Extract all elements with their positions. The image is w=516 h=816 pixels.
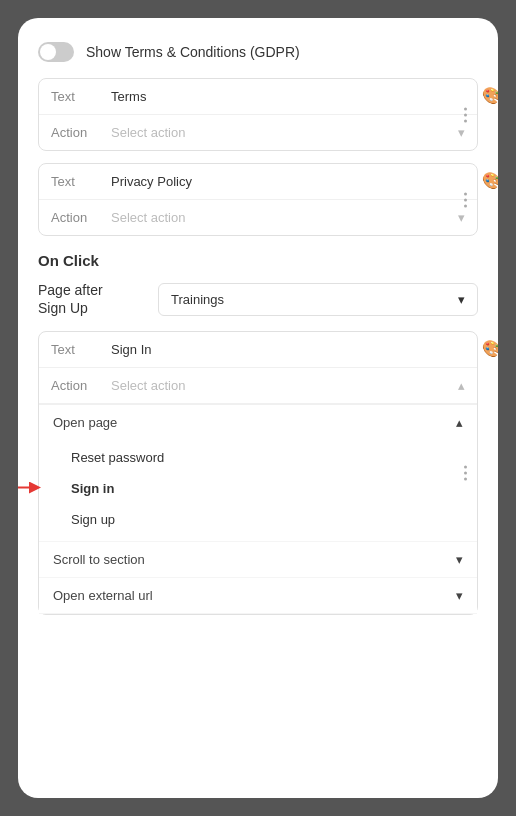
scroll-to-section-header[interactable]: Scroll to section ▾ <box>39 542 477 577</box>
page-after-value: Trainings <box>171 292 224 307</box>
terms-text-input[interactable] <box>111 89 465 104</box>
privacy-text-label: Text <box>51 174 111 189</box>
terms-chevron-down-icon: ▾ <box>458 125 465 140</box>
open-page-chevron-up-icon: ▴ <box>456 415 463 430</box>
privacy-action-placeholder: Select action <box>111 210 185 225</box>
open-page-header[interactable]: Open page ▴ <box>39 405 477 440</box>
sign-up-item[interactable]: Sign up <box>39 504 477 535</box>
terms-card-wrapper: Text Action Select action ▾ 🎨 <box>38 78 478 151</box>
privacy-text-input[interactable] <box>111 174 465 189</box>
terms-text-label: Text <box>51 89 111 104</box>
terms-palette-icon[interactable]: 🎨 <box>482 86 498 105</box>
privacy-card: Text Action Select action ▾ <box>38 163 478 236</box>
gdpr-toggle[interactable] <box>38 42 74 62</box>
privacy-action-select[interactable]: Select action ▾ <box>111 210 465 225</box>
scroll-to-section-label: Scroll to section <box>53 552 145 567</box>
open-external-url-label: Open external url <box>53 588 153 603</box>
main-container: Show Terms & Conditions (GDPR) Text Acti… <box>18 18 498 798</box>
scroll-to-section-group: Scroll to section ▾ <box>39 542 477 578</box>
signin-text-row: Text <box>39 332 477 368</box>
scroll-to-section-chevron-down-icon: ▾ <box>456 552 463 567</box>
privacy-chevron-down-icon: ▾ <box>458 210 465 225</box>
toggle-label: Show Terms & Conditions (GDPR) <box>86 44 300 60</box>
signin-text-input[interactable] <box>111 342 465 357</box>
sign-up-label: Sign up <box>71 512 115 527</box>
page-after-label: Page afterSign Up <box>38 281 158 317</box>
signin-action-label: Action <box>51 378 111 393</box>
page-after-select[interactable]: Trainings ▾ <box>158 283 478 316</box>
open-external-url-chevron-down-icon: ▾ <box>456 588 463 603</box>
terms-action-placeholder: Select action <box>111 125 185 140</box>
sign-in-label: Sign in <box>71 481 114 496</box>
signin-action-select[interactable]: Select action ▴ <box>111 378 465 393</box>
toggle-row: Show Terms & Conditions (GDPR) <box>38 42 478 62</box>
terms-card: Text Action Select action ▾ <box>38 78 478 151</box>
privacy-action-row: Action Select action ▾ <box>39 200 477 235</box>
signin-action-row: Action Select action ▴ <box>39 368 477 404</box>
arrow-indicator <box>18 478 43 499</box>
signin-card: Text Action Select action ▴ Open <box>38 331 478 615</box>
page-after-row: Page afterSign Up Trainings ▾ <box>38 281 478 317</box>
signin-palette-icon[interactable]: 🎨 <box>482 339 498 358</box>
on-click-title: On Click <box>38 252 478 269</box>
open-external-url-group: Open external url ▾ <box>39 578 477 614</box>
signin-action-placeholder: Select action <box>111 378 185 393</box>
sign-in-item[interactable]: Sign in <box>39 473 477 504</box>
signin-chevron-up-icon: ▴ <box>458 378 465 393</box>
terms-text-row: Text <box>39 79 477 115</box>
terms-action-label: Action <box>51 125 111 140</box>
open-page-label: Open page <box>53 415 117 430</box>
open-page-group: Open page ▴ Reset password <box>39 405 477 542</box>
dropdown-menu: Open page ▴ Reset password <box>39 404 477 614</box>
terms-more-icon[interactable] <box>460 103 471 126</box>
open-external-url-header[interactable]: Open external url ▾ <box>39 578 477 613</box>
terms-action-row: Action Select action ▾ <box>39 115 477 150</box>
signin-card-wrapper: Text Action Select action ▴ Open <box>38 331 478 615</box>
page-after-chevron-down-icon: ▾ <box>458 292 465 307</box>
reset-password-label: Reset password <box>71 450 164 465</box>
privacy-card-wrapper: Text Action Select action ▾ 🎨 <box>38 163 478 236</box>
open-page-items: Reset password <box>39 440 477 541</box>
signin-text-label: Text <box>51 342 111 357</box>
terms-action-select[interactable]: Select action ▾ <box>111 125 465 140</box>
privacy-text-row: Text <box>39 164 477 200</box>
privacy-action-label: Action <box>51 210 111 225</box>
privacy-palette-icon[interactable]: 🎨 <box>482 171 498 190</box>
privacy-more-icon[interactable] <box>460 188 471 211</box>
reset-password-item[interactable]: Reset password <box>39 442 477 473</box>
